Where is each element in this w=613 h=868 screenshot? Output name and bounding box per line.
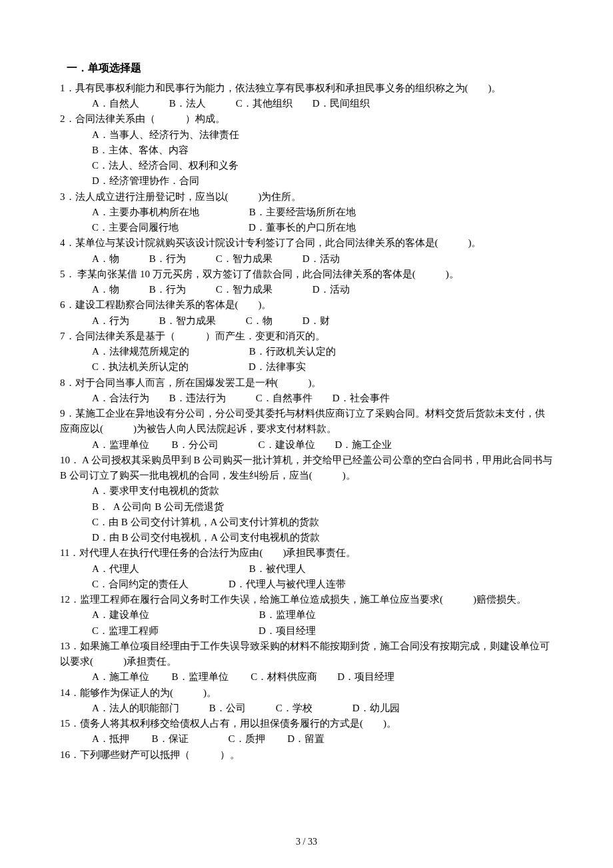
question-text: 6．建设工程勘察合同法律关系的客体是( )。 xyxy=(60,297,553,313)
question-option-line: A．要求甲支付电视机的货款 xyxy=(60,483,553,499)
question-option-line: C．合同约定的责任人 D．代理人与被代理人连带 xyxy=(60,577,553,592)
question-option-line: A．行为 B．智力成果 C．物 D．财 xyxy=(60,313,553,329)
question: 15．债务人将其权利移交给债权人占有，用以担保债务履行的方式是( )。A．抵押 … xyxy=(60,716,553,747)
question-option-line: D．经济管理协作．合同 xyxy=(60,173,553,189)
question-option-line: A．抵押 B．保证 C．质押 D．留置 xyxy=(60,731,553,747)
question-option-line: D．由 B 公司交付电视机，A 公司支付电视机的货款 xyxy=(60,530,553,545)
question: 6．建设工程勘察合同法律关系的客体是( )。A．行为 B．智力成果 C．物 D．… xyxy=(60,297,553,329)
question-option-line: A．建设单位 B．监理单位 xyxy=(60,607,553,623)
question: 2．合同法律关系由（ ）构成。A．当事人、经济行为、法律责任B．主体、客体、内容… xyxy=(60,111,553,189)
question-text: 4．某单位与某设计院就购买该设计院设计专利签订了合同，此合同法律关系的客体是( … xyxy=(60,235,553,251)
question-option-line: A．主要办事机构所在地 B．主要经营场所所在地 xyxy=(60,205,553,220)
question-text: 2．合同法律关系由（ ）构成。 xyxy=(60,111,553,127)
question: 11．对代理人在执行代理任务的合法行为应由( )承担民事责任。A．代理人 B．被… xyxy=(60,545,553,592)
questions-list: 1．具有民事权利能力和民事行为能力，依法独立享有民事权利和承担民事义务的组织称之… xyxy=(60,81,553,763)
question: 10． A 公司授权其采购员甲到 B 公司购买一批计算机，并交给甲已经盖公司公章… xyxy=(60,453,553,546)
question-option-line: A．当事人、经济行为、法律责任 xyxy=(60,127,553,143)
question: 7．合同法律关系是基于（ ）而产生．变更和消灭的。A．法律规范所规定的 B．行政… xyxy=(60,329,553,375)
question-option-line: C．监理工程师 D．项目经理 xyxy=(60,623,553,639)
question: 12．监理工程师在履行合同义务时工作失误，给施工单位造成损失，施工单位应当要求(… xyxy=(60,592,553,639)
question-option-line: A．自然人 B．法人 C．其他组织 D．民间组织 xyxy=(60,96,553,111)
question-option-line: B．主体、客体、内容 xyxy=(60,143,553,158)
question-text: 16．下列哪些财产可以抵押（ ）。 xyxy=(60,747,553,763)
question-option-line: A．合法行为 B．违法行为 C．自然事件 D．社会事件 xyxy=(60,391,553,406)
question-option-line: A．施工单位 B．监理单位 C．材料供应商 D．项目经理 xyxy=(60,669,553,685)
question: 16．下列哪些财产可以抵押（ ）。 xyxy=(60,747,553,763)
question: 5． 李某向张某借 10 万元买房，双方签订了借款合同，此合同法律关系的客体是(… xyxy=(60,267,553,298)
question-text: 11．对代理人在执行代理任务的合法行为应由( )承担民事责任。 xyxy=(60,545,553,561)
question-option-line: A．代理人 B．被代理人 xyxy=(60,561,553,577)
question-text: 13．如果施工单位项目经理由于工作失误导致采购的材料不能按期到货，施工合同没有按… xyxy=(60,639,553,670)
question: 4．某单位与某设计院就购买该设计院设计专利签订了合同，此合同法律关系的客体是( … xyxy=(60,235,553,267)
question: 8．对于合同当事人而言，所在国爆发罢工是一种( )。A．合法行为 B．违法行为 … xyxy=(60,375,553,407)
question-text: 14．能够作为保证人的为( )。 xyxy=(60,685,553,701)
question-text: 5． 李某向张某借 10 万元买房，双方签订了借款合同，此合同法律关系的客体是(… xyxy=(60,267,553,282)
page-number: 3 / 33 xyxy=(0,835,613,849)
question-option-line: C．法人、经济合同、权利和义务 xyxy=(60,158,553,173)
question: 3．法人成立进行注册登记时，应当以( )为住所。A．主要办事机构所在地 B．主要… xyxy=(60,189,553,236)
question-text: 7．合同法律关系是基于（ ）而产生．变更和消灭的。 xyxy=(60,329,553,344)
section-title: 一．单项选择题 xyxy=(60,60,553,77)
question-text: 1．具有民事权利能力和民事行为能力，依法独立享有民事权利和承担民事义务的组织称之… xyxy=(60,81,553,96)
question-option-line: A．法人的职能部门 B．公司 C．学校 D．幼儿园 xyxy=(60,701,553,716)
question-option-line: A．法律规范所规定的 B．行政机关认定的 xyxy=(60,344,553,359)
question-option-line: B． A 公司向 B 公司无偿退货 xyxy=(60,499,553,515)
question-option-line: C．由 B 公司交付计算机，A 公司支付计算机的货款 xyxy=(60,515,553,530)
question-option-line: C．执法机关所认定的 D．法律事实 xyxy=(60,359,553,375)
question-option-line: A．物 B．行为 C．智力成果 D．活动 xyxy=(60,282,553,297)
question-text: 12．监理工程师在履行合同义务时工作失误，给施工单位造成损失，施工单位应当要求(… xyxy=(60,592,553,607)
question-text: 10． A 公司授权其采购员甲到 B 公司购买一批计算机，并交给甲已经盖公司公章… xyxy=(60,453,553,484)
question-text: 9．某施工企业在异地设有分公司，分公司受其委托与材料供应商订立了采购合同。材料交… xyxy=(60,406,553,437)
document-page: 一．单项选择题 1．具有民事权利能力和民事行为能力，依法独立享有民事权利和承担民… xyxy=(0,0,613,868)
question: 14．能够作为保证人的为( )。A．法人的职能部门 B．公司 C．学校 D．幼儿… xyxy=(60,685,553,717)
question-option-line: A．物 B．行为 C．智力成果 D．活动 xyxy=(60,251,553,267)
question: 9．某施工企业在异地设有分公司，分公司受其委托与材料供应商订立了采购合同。材料交… xyxy=(60,406,553,453)
question-text: 8．对于合同当事人而言，所在国爆发罢工是一种( )。 xyxy=(60,375,553,391)
question-text: 3．法人成立进行注册登记时，应当以( )为住所。 xyxy=(60,189,553,205)
question: 13．如果施工单位项目经理由于工作失误导致采购的材料不能按期到货，施工合同没有按… xyxy=(60,639,553,685)
question: 1．具有民事权利能力和民事行为能力，依法独立享有民事权利和承担民事义务的组织称之… xyxy=(60,81,553,112)
question-option-line: C．主要合同履行地 D．董事长的户口所在地 xyxy=(60,220,553,235)
question-text: 15．债务人将其权利移交给债权人占有，用以担保债务履行的方式是( )。 xyxy=(60,716,553,731)
question-option-line: A．监理单位 B．分公司 C．建设单位 D．施工企业 xyxy=(60,437,553,453)
